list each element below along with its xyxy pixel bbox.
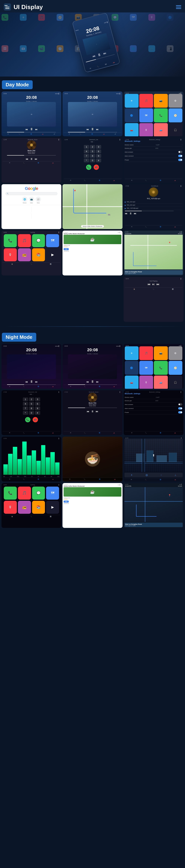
napp-telegram[interactable]: ✈ xyxy=(125,346,138,360)
tab-phone-np[interactable]: 📞 xyxy=(153,288,154,290)
tab-phone-d2[interactable]: 📞 xyxy=(80,133,81,135)
n3d-zoom-in[interactable]: + xyxy=(131,473,132,476)
tab-email-sm[interactable]: ✉ xyxy=(131,226,132,227)
ndial-1[interactable]: 1 xyxy=(23,397,28,401)
tab-email-bts[interactable]: ✉ xyxy=(131,180,132,181)
ndial-hash[interactable]: # xyxy=(35,411,40,415)
news-item-2[interactable] xyxy=(31,213,32,219)
progress-nmd[interactable] xyxy=(68,408,117,408)
progress-n2[interactable] xyxy=(68,384,117,385)
tab-email-n3dm[interactable]: ✉ xyxy=(131,479,132,480)
tab-auto-d2[interactable]: 🚗 xyxy=(103,133,105,135)
tab-phone-sm[interactable]: 📞 xyxy=(145,226,147,227)
napp-bt2[interactable]: 🎧 xyxy=(168,376,182,389)
progress-md[interactable] xyxy=(7,155,56,156)
social-next[interactable]: ⏭ xyxy=(134,212,136,215)
play-md[interactable]: ⏸ xyxy=(30,157,33,160)
tab-bt-nbts[interactable]: 🔵 xyxy=(160,432,161,434)
ndial-5[interactable]: 5 xyxy=(29,402,34,406)
tab-bt-n3dm[interactable]: 🔵 xyxy=(160,479,161,480)
app-bt[interactable]: 🔵 xyxy=(125,108,138,122)
news-item-1[interactable] xyxy=(31,207,32,212)
app-bt2[interactable]: 🎧 xyxy=(168,123,182,136)
cp-podcasts[interactable]: 🎙 xyxy=(4,248,17,261)
ndial-4[interactable]: 4 xyxy=(23,402,28,406)
play-button[interactable]: ⏸ xyxy=(97,52,102,57)
progress-n1[interactable] xyxy=(7,384,56,385)
tab-bt-n2[interactable]: 🔵 xyxy=(99,386,100,387)
end-call-button[interactable]: 📵 xyxy=(94,164,99,170)
tab-phone-nbts[interactable]: 📞 xyxy=(145,432,147,434)
tab-bt-fp[interactable]: 🔵 xyxy=(99,478,101,480)
google-shortcut-2[interactable]: 📺 Video xyxy=(29,197,34,204)
dial-9[interactable]: 9 xyxy=(96,154,101,158)
tab-email-n2[interactable]: ✉ xyxy=(70,386,71,387)
tab-bt-ncall[interactable]: 🔵 xyxy=(37,432,39,434)
tab-auto-nmd[interactable]: 🚗 xyxy=(113,432,115,434)
dial-star[interactable]: * xyxy=(84,159,89,162)
np-next[interactable]: ⏭ xyxy=(157,283,160,286)
tab-phone-fp[interactable]: 📞 xyxy=(84,478,85,480)
tab-auto-n1[interactable]: 🚗 xyxy=(52,386,54,387)
tab-phone-n3dm[interactable]: 📞 xyxy=(145,479,147,480)
app-podcasts[interactable]: 🎙 xyxy=(139,123,153,136)
tab-dash-np[interactable]: 📊 xyxy=(172,288,174,290)
tab-vol-d1[interactable]: 🔊 xyxy=(54,133,55,135)
tab-auto-ncall[interactable]: 🚗 xyxy=(52,432,54,434)
tab-dash-cp[interactable]: 📊 xyxy=(50,264,52,265)
prev-n2[interactable]: ⏮ xyxy=(86,380,89,383)
nbt-answer-toggle[interactable] xyxy=(178,403,182,406)
cp-radio[interactable]: 📻 xyxy=(18,248,31,261)
tab-auto-nbts[interactable]: 🚗 xyxy=(174,432,176,434)
tab-home-ncp[interactable]: 🏠 xyxy=(11,516,13,517)
progress-d2[interactable] xyxy=(68,132,117,132)
ncp-maps[interactable]: 🗺 xyxy=(46,487,59,500)
tab-auto-md[interactable]: 🚗 xyxy=(52,162,54,164)
prev-md[interactable]: ⏮ xyxy=(26,157,28,160)
google-shortcut-3[interactable]: 📰 News xyxy=(36,197,41,204)
next-md[interactable]: ⏭ xyxy=(35,157,37,160)
app-maps[interactable]: 🗺 xyxy=(139,108,153,122)
play-d1[interactable]: ⏸ xyxy=(30,127,33,131)
dial-0[interactable]: 0 xyxy=(90,159,95,162)
next-n1[interactable]: ⏭ xyxy=(35,380,38,383)
ncp-messages[interactable]: 💬 xyxy=(32,487,45,500)
tab-phone-ncp[interactable]: 📞 xyxy=(31,516,32,517)
tab-phone-cp[interactable]: 📞 xyxy=(31,264,32,265)
bt-connect-toggle[interactable] xyxy=(178,155,182,157)
n3d-zoom-out[interactable]: - xyxy=(161,473,162,476)
tab-dash-ncp[interactable]: 📊 xyxy=(50,516,52,517)
app-waze[interactable]: 🚗 xyxy=(125,123,138,136)
tab-email-md[interactable]: ✉ xyxy=(9,162,10,164)
tab-phone-bts[interactable]: 📞 xyxy=(145,180,147,181)
next-n2[interactable]: ⏭ xyxy=(96,380,99,383)
social-item-3[interactable]: ▶ 华乐_斗罗大陆.mp3 xyxy=(125,207,182,210)
nanswer-button[interactable]: 📞 xyxy=(25,417,30,422)
dial-5[interactable]: 5 xyxy=(90,150,95,153)
tab-email-d2[interactable]: ✉ xyxy=(69,133,70,135)
prev-n1[interactable]: ⏮ xyxy=(25,380,28,383)
ndial-8[interactable]: 8 xyxy=(29,406,34,410)
napp-photos[interactable]: 📷 xyxy=(154,346,168,360)
tab-bt-d1[interactable]: 🔵 xyxy=(30,133,32,135)
np-play[interactable]: ⏯ xyxy=(152,283,155,286)
n3d-recenter[interactable]: ◎ xyxy=(146,473,148,476)
tab-phone-n2[interactable]: 📞 xyxy=(84,386,86,387)
next-button[interactable]: ⏭ xyxy=(103,52,107,56)
tab-email-nbts[interactable]: ✉ xyxy=(131,432,132,434)
dial-2[interactable]: 2 xyxy=(90,145,95,149)
tab-auto-d1[interactable]: 🚗 xyxy=(42,133,44,135)
bt-answer-toggle[interactable] xyxy=(178,151,182,153)
cp-music[interactable]: 🎵 xyxy=(18,234,31,247)
play-nmd[interactable]: ⏸ xyxy=(91,410,94,413)
play-n1[interactable]: ⏸ xyxy=(30,380,33,384)
next-nmd[interactable]: ⏭ xyxy=(96,410,98,413)
prev-button[interactable]: ⏮ xyxy=(92,54,96,58)
tab-auto-n2[interactable]: 🚗 xyxy=(113,386,115,387)
napp-carplay[interactable]: 🚙 xyxy=(154,376,168,389)
prev-nmd[interactable]: ⏮ xyxy=(87,410,89,413)
prev-d2[interactable]: ⏮ xyxy=(86,128,89,131)
ncp-music[interactable]: 🎵 xyxy=(18,487,31,500)
tab-bt-sm[interactable]: 🔵 xyxy=(160,226,161,227)
tab-auto-bts[interactable]: 🚗 xyxy=(174,180,176,181)
